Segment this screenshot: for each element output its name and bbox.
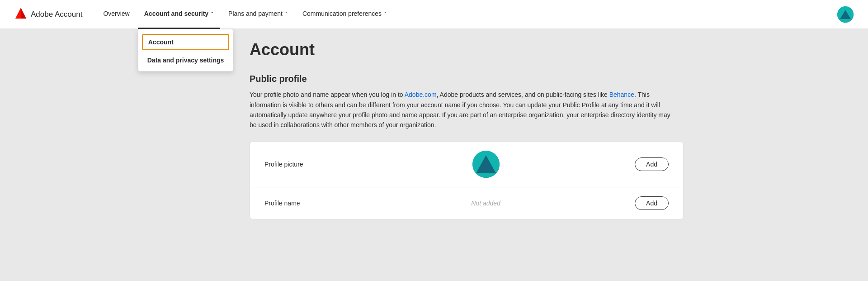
profile-picture-row: Profile picture Add	[250, 142, 683, 187]
behance-link[interactable]: Behance	[609, 91, 634, 98]
adobe-com-link[interactable]: Adobe.com	[405, 91, 437, 98]
profile-picture-value	[337, 151, 635, 178]
nav-plans-payment-label: Plans and payment	[228, 10, 283, 17]
public-profile-title: Public profile	[250, 74, 732, 84]
nav-overview-label: Overview	[103, 10, 129, 17]
nav-account-security[interactable]: Account and security ⌃ Account Data and …	[138, 0, 220, 29]
adobe-icon	[14, 7, 27, 22]
nav-communication-label: Communication preferences	[302, 10, 382, 17]
main-nav: Overview Account and security ⌃ Account …	[97, 0, 837, 29]
profile-name-row: Profile name Not added Add	[250, 187, 683, 219]
page-title: Account	[250, 40, 732, 59]
dropdown-privacy-label: Data and privacy settings	[147, 57, 224, 64]
account-security-chevron-icon: ⌃	[210, 11, 214, 16]
dropdown-item-account[interactable]: Account	[142, 34, 230, 50]
nav-account-security-label: Account and security	[144, 10, 208, 17]
adobe-logo[interactable]: Adobe Account	[14, 7, 82, 22]
nav-overview[interactable]: Overview	[97, 0, 136, 29]
nav-plans-payment[interactable]: Plans and payment ⌃	[222, 0, 294, 29]
profile-name-action: Add	[635, 196, 669, 210]
nav-communication[interactable]: Communication preferences ⌃	[296, 0, 393, 29]
main-content: Account Public profile Your profile phot…	[235, 40, 732, 219]
plans-payment-chevron-icon: ⌃	[284, 11, 288, 16]
header-brand-text: Adobe Account	[31, 10, 82, 19]
profile-picture-action: Add	[635, 157, 669, 171]
profile-picture-label: Profile picture	[264, 161, 337, 168]
profile-name-value: Not added	[337, 200, 635, 207]
add-name-button[interactable]: Add	[635, 196, 669, 210]
account-security-dropdown: Account Data and privacy settings	[138, 29, 234, 71]
dropdown-item-privacy[interactable]: Data and privacy settings	[138, 52, 233, 68]
public-profile-desc: Your profile photo and name appear when …	[250, 90, 679, 130]
profile-card: Profile picture Add Profile name	[250, 141, 684, 219]
dropdown-account-label: Account	[148, 38, 174, 46]
profile-avatar	[472, 151, 500, 178]
svg-marker-1	[21, 8, 26, 19]
header: Adobe Account Overview Account and secur…	[0, 0, 868, 29]
profile-name-label: Profile name	[264, 200, 337, 207]
add-picture-button[interactable]: Add	[635, 157, 669, 171]
avatar[interactable]	[837, 6, 854, 23]
profile-name-placeholder: Not added	[471, 200, 500, 207]
communication-chevron-icon: ⌃	[383, 11, 387, 16]
